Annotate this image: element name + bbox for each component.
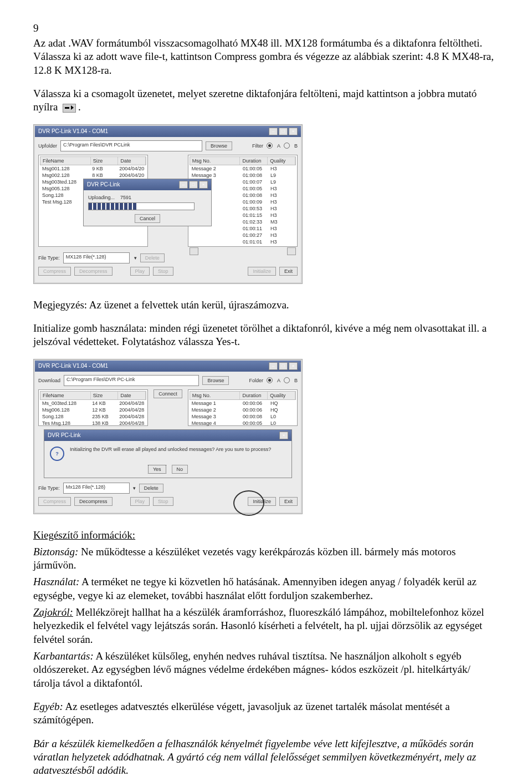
- file-list-panel: FileName Size Date Ms_003ted.12814 KB200…: [38, 389, 148, 426]
- max-icon[interactable]: □: [189, 181, 198, 189]
- download-label: Download: [38, 378, 60, 383]
- maintenance: Karbantartás: A készüléket külsőleg, eny…: [33, 650, 499, 690]
- noise: Zajokról: Mellékzörejt hallhat ha a kész…: [33, 606, 499, 646]
- screenshot-upload: DVR PC-Link V1.04 - COM1 – □ × Upfolder …: [33, 124, 303, 284]
- col-name: FileName: [40, 392, 91, 399]
- radio-b[interactable]: [284, 143, 290, 149]
- folder-label: Folder: [249, 378, 263, 383]
- upload-title: DVR PC-Link: [87, 181, 120, 187]
- window-titlebar: DVR PC-Link V1.04 - COM1 –□×: [35, 361, 301, 372]
- stop-button[interactable]: Stop: [153, 497, 173, 506]
- dialog-message: Initializing the DVR will erase all play…: [70, 447, 286, 452]
- paragraph-3: Initialize gomb használata: minden régi …: [33, 322, 499, 349]
- list-item[interactable]: Message 3: [190, 172, 241, 179]
- radio-a-label: A: [277, 143, 280, 149]
- col-size: Size: [91, 157, 119, 165]
- upfolder-input[interactable]: C:\Program Files\DVR PCLink: [60, 140, 202, 151]
- window-title: DVR PC-Link V1.04 - COM1: [38, 363, 108, 369]
- radio-b[interactable]: [284, 377, 290, 383]
- usage: Használat: A terméket ne tegye ki közvet…: [33, 575, 499, 602]
- col-size: Size: [91, 392, 119, 399]
- stop-button[interactable]: Stop: [153, 267, 173, 276]
- paragraph-1: Az adat .WAV formátumból visszacsomagolh…: [33, 37, 499, 77]
- progress-bar: [88, 202, 195, 210]
- disclaimer: Bár a készülék kiemelkedően a felhasznál…: [33, 737, 499, 778]
- decompress-button[interactable]: Decompress: [74, 497, 112, 506]
- download-input[interactable]: C:\Program Files\DVR PC-Link: [64, 375, 199, 386]
- max-icon[interactable]: □: [279, 128, 288, 135]
- uploading-label: Uploading...: [88, 195, 115, 200]
- col-duration: Duration: [240, 157, 268, 165]
- col-quality: Quality: [268, 157, 295, 165]
- filetype-select[interactable]: MX128 File(*.128): [63, 252, 130, 263]
- radio-a-label: A: [277, 378, 280, 383]
- highlight-circle: [233, 490, 264, 516]
- exit-button[interactable]: Exit: [279, 267, 298, 276]
- initialize-button[interactable]: Initialize: [248, 267, 276, 276]
- browse-button[interactable]: Browse: [202, 376, 229, 385]
- window-titlebar: DVR PC-Link V1.04 - COM1 – □ ×: [35, 126, 301, 137]
- browse-button[interactable]: Browse: [206, 141, 232, 150]
- no-button[interactable]: No: [172, 465, 188, 474]
- yes-button[interactable]: Yes: [148, 465, 166, 474]
- list-item[interactable]: Ms_003ted.128: [40, 400, 90, 407]
- message-list-panel: Msg No. Duration Quality Message 100:00:…: [188, 389, 298, 426]
- list-item[interactable]: Message 4: [190, 420, 241, 427]
- close-icon[interactable]: ×: [289, 362, 298, 370]
- connect-button[interactable]: Connect: [154, 389, 182, 398]
- window-title: DVR PC-Link V1.04 - COM1: [38, 128, 108, 134]
- list-item[interactable]: Message 2: [190, 407, 241, 413]
- list-item[interactable]: Msg001.128: [40, 165, 90, 172]
- list-item[interactable]: Message 1: [190, 400, 241, 407]
- filter-label: Filter: [252, 143, 263, 149]
- close-icon[interactable]: ×: [199, 181, 208, 189]
- close-icon[interactable]: ×: [279, 432, 288, 439]
- upfolder-label: Upfolder: [38, 143, 57, 149]
- radio-b-label: B: [294, 143, 298, 149]
- radio-a[interactable]: [267, 143, 273, 149]
- scroll-right-icon[interactable]: [287, 247, 296, 255]
- screenshot-initialize: DVR PC-Link V1.04 - COM1 –□× Download C:…: [33, 359, 303, 514]
- col-msgno: Msg No.: [190, 392, 241, 399]
- min-icon[interactable]: –: [269, 362, 278, 370]
- decompress-button[interactable]: Decompress: [74, 267, 112, 276]
- exit-button[interactable]: Exit: [279, 497, 298, 506]
- list-item[interactable]: Message 2: [190, 165, 241, 172]
- upload-pct: 7591: [120, 195, 131, 200]
- paragraph-2: Válassza ki a csomagolt üzenetet, melyet…: [33, 87, 499, 114]
- safety: Biztonság: Ne működtesse a készüléket ve…: [33, 545, 499, 572]
- compress-button[interactable]: Compress: [38, 267, 71, 276]
- radio-a[interactable]: [267, 377, 273, 383]
- dialog-title: DVR PC-Link: [48, 432, 80, 438]
- list-item[interactable]: Msg006.128: [40, 407, 90, 413]
- compress-button[interactable]: Compress: [38, 497, 71, 506]
- min-icon[interactable]: –: [179, 181, 188, 189]
- list-item[interactable]: Msg002.128: [40, 172, 90, 179]
- col-duration: Duration: [240, 392, 268, 399]
- arrow-right-icon: [63, 104, 76, 113]
- col-date: Date: [118, 392, 146, 399]
- close-icon[interactable]: ×: [289, 128, 298, 135]
- filetype-select[interactable]: Mx128 File(*.128): [63, 483, 130, 494]
- confirm-dialog: DVR PC-Link× ? Initializing the DVR will…: [44, 429, 292, 478]
- list-item[interactable]: Tes Msg.128: [40, 420, 90, 427]
- col-msgno: Msg No.: [190, 157, 241, 165]
- scroll-left-icon[interactable]: [190, 247, 198, 255]
- kieg-heading: Kiegészítő információk:: [33, 529, 499, 542]
- delete-button[interactable]: Delete: [139, 484, 163, 493]
- delete-button[interactable]: Delete: [140, 253, 165, 262]
- page-number: 9: [33, 22, 499, 34]
- other: Egyéb: Az esetleges adatvesztés elkerülé…: [33, 700, 499, 727]
- play-button[interactable]: Play: [130, 267, 150, 276]
- list-item[interactable]: Song.128: [40, 413, 90, 420]
- col-name: FileName: [40, 157, 91, 165]
- play-button[interactable]: Play: [130, 497, 150, 506]
- min-icon[interactable]: –: [269, 128, 278, 135]
- p2-end: .: [78, 101, 81, 113]
- filetype-label: File Type:: [38, 485, 60, 491]
- cancel-button[interactable]: Cancel: [135, 214, 160, 223]
- max-icon[interactable]: □: [279, 362, 288, 370]
- list-item[interactable]: Message 3: [190, 413, 241, 420]
- p2-text: Válassza ki a csomagolt üzenetet, melyet…: [33, 88, 477, 113]
- file-list-panel: FileName Size Date Msg001.1289 KB2004/04…: [38, 155, 148, 247]
